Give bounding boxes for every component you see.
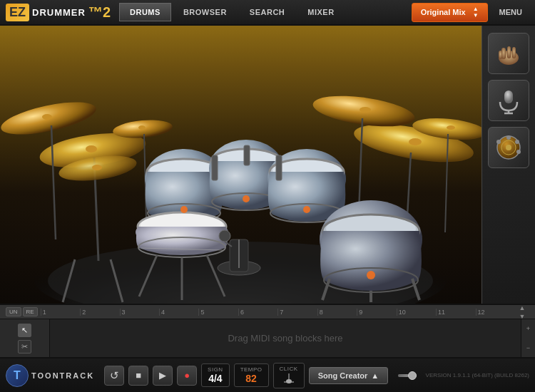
timeline-area: UN RE 1 2 3 4 5 6 7 8 9 10 11 12 ▲ ▼ ↖ ✂: [0, 304, 535, 357]
tempo-label: TEMPO: [240, 366, 263, 373]
mark-5: 5: [198, 309, 238, 316]
timeline-right-scroll: + −: [521, 319, 535, 357]
svg-rect-72: [512, 47, 516, 58]
svg-rect-63: [244, 145, 250, 165]
svg-point-79: [506, 145, 511, 150]
record-icon: ●: [184, 370, 190, 381]
mark-1: 1: [41, 309, 80, 316]
play-icon: ▶: [159, 370, 166, 381]
svg-point-65: [180, 206, 188, 213]
svg-line-10: [51, 125, 56, 239]
tab-drums[interactable]: DRUMS: [119, 3, 171, 21]
cut-tool[interactable]: ✂: [18, 340, 31, 354]
toontrack-logo: T TOONTRACK: [6, 364, 94, 387]
drag-zone[interactable]: Drag MIDI song blocks here: [50, 319, 521, 357]
side-btn-3[interactable]: [488, 127, 529, 168]
sign-box: SIGN 4/4: [201, 363, 230, 387]
drum-kit-svg: [0, 26, 482, 304]
timeline-marks: 1 2 3 4 5 6 7 8 9 10 11 12: [41, 309, 515, 316]
toontrack-symbol: T: [6, 364, 29, 387]
scroll-down[interactable]: ▼: [519, 313, 526, 320]
svg-point-68: [367, 271, 375, 279]
svg-rect-73: [499, 51, 502, 59]
toontrack-name: TOONTRACK: [31, 371, 94, 380]
preset-up[interactable]: ▲: [473, 6, 479, 12]
drum-area: [0, 26, 535, 304]
zoom-out[interactable]: −: [526, 344, 530, 351]
drag-text: Drag MIDI song blocks here: [228, 333, 342, 344]
svg-point-81: [515, 140, 519, 144]
refresh-btn[interactable]: ↺: [104, 366, 124, 386]
sign-value: 4/4: [208, 373, 223, 384]
redo-btn[interactable]: RE: [23, 307, 38, 316]
svg-rect-71: [507, 46, 511, 58]
timeline-ruler: UN RE 1 2 3 4 5 6 7 8 9 10 11 12 ▲ ▼: [0, 305, 535, 319]
mark-4: 4: [159, 309, 198, 316]
svg-point-47: [219, 230, 230, 242]
undo-btn[interactable]: UN: [6, 307, 21, 316]
svg-rect-64: [276, 155, 282, 180]
sign-label: SIGN: [208, 366, 223, 373]
mark-2: 2: [80, 309, 119, 316]
stop-icon: ■: [136, 370, 141, 381]
svg-point-7: [92, 165, 102, 170]
preset-label: Original Mix: [421, 8, 466, 16]
svg-point-82: [516, 150, 521, 154]
logo-2: ™2: [88, 4, 111, 21]
svg-point-4: [86, 145, 97, 153]
side-panel: [482, 26, 535, 304]
select-tool[interactable]: ↖: [18, 324, 31, 337]
preset-selector[interactable]: Original Mix ▲ ▼: [412, 3, 488, 22]
preset-down[interactable]: ▼: [473, 13, 479, 19]
play-btn[interactable]: ▶: [153, 366, 173, 386]
svg-rect-74: [504, 91, 513, 103]
tempo-box[interactable]: TEMPO 82: [234, 363, 269, 387]
tab-search[interactable]: SEARCH: [239, 3, 295, 21]
song-creator-arrow: ▲: [371, 371, 379, 380]
click-label: CLICK: [280, 366, 298, 372]
scroll-up[interactable]: ▲: [519, 304, 526, 311]
svg-point-67: [303, 206, 310, 213]
click-box[interactable]: CLICK: [273, 363, 305, 388]
preset-arrows: ▲ ▼: [473, 6, 479, 19]
svg-point-83: [496, 140, 501, 144]
mark-8: 8: [317, 309, 357, 316]
song-creator-button[interactable]: Song Creator ▲: [309, 367, 389, 384]
side-btn-1[interactable]: [488, 33, 529, 74]
tab-browser[interactable]: BROWSER: [173, 3, 238, 21]
volume-thumb[interactable]: [408, 371, 417, 380]
svg-point-86: [286, 379, 292, 383]
zoom-in[interactable]: +: [526, 325, 530, 332]
tab-mixer[interactable]: MIXER: [297, 3, 345, 21]
top-bar: EZ DRUMMER ™2 DRUMS BROWSER SEARCH MIXER…: [0, 0, 535, 26]
logo-drummer: DRUMMER: [32, 7, 86, 18]
ruler-controls: UN RE: [6, 307, 38, 316]
timeline-left-panel: ↖ ✂: [0, 319, 50, 357]
stop-btn[interactable]: ■: [128, 366, 148, 386]
mark-3: 3: [120, 309, 159, 316]
svg-point-66: [243, 195, 250, 202]
svg-point-15: [360, 107, 371, 113]
click-icon: [280, 372, 298, 386]
tempo-value: 82: [240, 373, 263, 384]
svg-point-9: [42, 114, 52, 120]
mark-7: 7: [277, 309, 317, 316]
svg-rect-62: [212, 155, 218, 180]
volume-slider[interactable]: [398, 374, 415, 377]
mark-11: 11: [436, 309, 475, 316]
svg-point-80: [506, 135, 511, 140]
nav-tabs: DRUMS BROWSER SEARCH MIXER: [119, 3, 345, 21]
version-text: VERSION 1.9.1.1 (64-BIT) (BUILD 8262): [426, 372, 529, 378]
side-btn-2[interactable]: [488, 80, 529, 121]
menu-button[interactable]: MENU: [492, 4, 529, 21]
song-creator-label: Song Creator: [318, 371, 368, 380]
mark-10: 10: [397, 309, 436, 316]
svg-point-18: [447, 125, 455, 130]
svg-point-21: [138, 125, 146, 130]
logo-ez: EZ: [6, 4, 29, 21]
record-btn[interactable]: ●: [177, 366, 197, 386]
bottom-bar: T TOONTRACK ↺ ■ ▶ ● SIGN 4/4 TEMPO 82 CL…: [0, 357, 535, 392]
volume-fill: [398, 374, 409, 377]
svg-point-12: [409, 138, 422, 145]
mark-6: 6: [238, 309, 277, 316]
